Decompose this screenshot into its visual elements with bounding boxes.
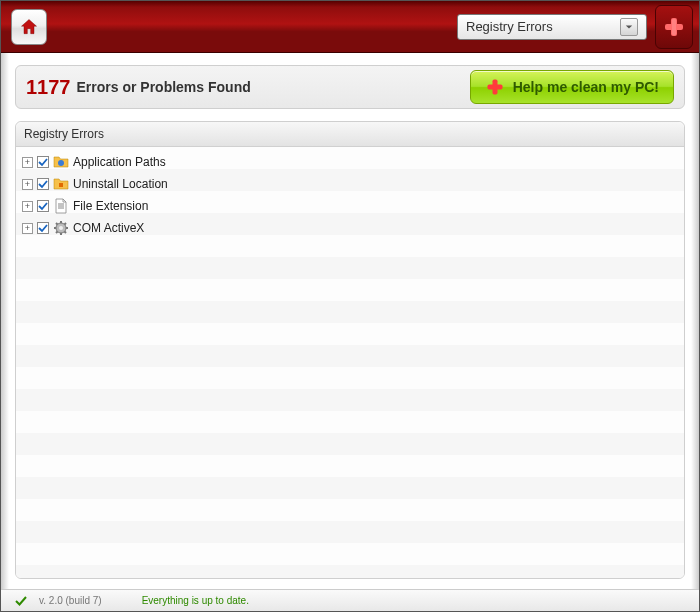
svg-rect-2 — [672, 19, 676, 35]
svg-line-18 — [56, 232, 58, 234]
tree-item-label: Application Paths — [73, 155, 166, 169]
expand-icon[interactable]: + — [22, 157, 33, 168]
chevron-down-icon — [620, 18, 638, 36]
svg-point-5 — [58, 160, 64, 166]
expand-icon[interactable]: + — [22, 201, 33, 212]
dropdown-selected-label: Registry Errors — [466, 19, 553, 34]
folder-blue-icon — [53, 154, 69, 170]
medical-cross-icon — [485, 77, 505, 97]
summary-label: Errors or Problems Found — [77, 79, 251, 95]
file-icon — [53, 198, 69, 214]
help-clean-button[interactable]: Help me clean my PC! — [470, 70, 674, 104]
tree-item[interactable]: +COM ActiveX — [16, 217, 684, 239]
svg-rect-6 — [59, 183, 63, 187]
top-bar: Registry Errors — [1, 1, 699, 53]
expand-icon[interactable]: + — [22, 223, 33, 234]
medical-cross-icon — [662, 15, 686, 39]
clinic-button[interactable] — [655, 5, 693, 49]
summary-bar: 1177 Errors or Problems Found Help me cl… — [15, 65, 685, 109]
category-dropdown[interactable]: Registry Errors — [457, 14, 647, 40]
folder-orange-icon — [53, 176, 69, 192]
gear-icon — [53, 220, 69, 236]
tree-item-label: File Extension — [73, 199, 148, 213]
home-icon — [19, 17, 39, 37]
error-count: 1177 — [26, 76, 71, 99]
panel-title: Registry Errors — [16, 122, 684, 147]
checkbox[interactable] — [37, 178, 49, 190]
svg-point-11 — [59, 226, 63, 230]
home-button[interactable] — [11, 9, 47, 45]
checkbox[interactable] — [37, 222, 49, 234]
tree-item[interactable]: +Application Paths — [16, 151, 684, 173]
svg-line-19 — [65, 223, 67, 225]
results-tree[interactable]: +Application Paths+Uninstall Location+Fi… — [16, 147, 684, 578]
tree-item[interactable]: +File Extension — [16, 195, 684, 217]
version-label: v. 2.0 (build 7) — [39, 595, 102, 606]
check-icon — [15, 595, 27, 607]
svg-line-16 — [56, 223, 58, 225]
svg-line-17 — [65, 232, 67, 234]
update-status: Everything is up to date. — [142, 595, 249, 606]
expand-icon[interactable]: + — [22, 179, 33, 190]
tree-item-label: Uninstall Location — [73, 177, 168, 191]
status-bar: v. 2.0 (build 7) Everything is up to dat… — [1, 589, 699, 611]
svg-rect-4 — [487, 85, 502, 90]
tree-item-label: COM ActiveX — [73, 221, 144, 235]
results-panel: Registry Errors +Application Paths+Unins… — [15, 121, 685, 579]
checkbox[interactable] — [37, 200, 49, 212]
checkbox[interactable] — [37, 156, 49, 168]
help-clean-label: Help me clean my PC! — [513, 79, 659, 95]
tree-item[interactable]: +Uninstall Location — [16, 173, 684, 195]
